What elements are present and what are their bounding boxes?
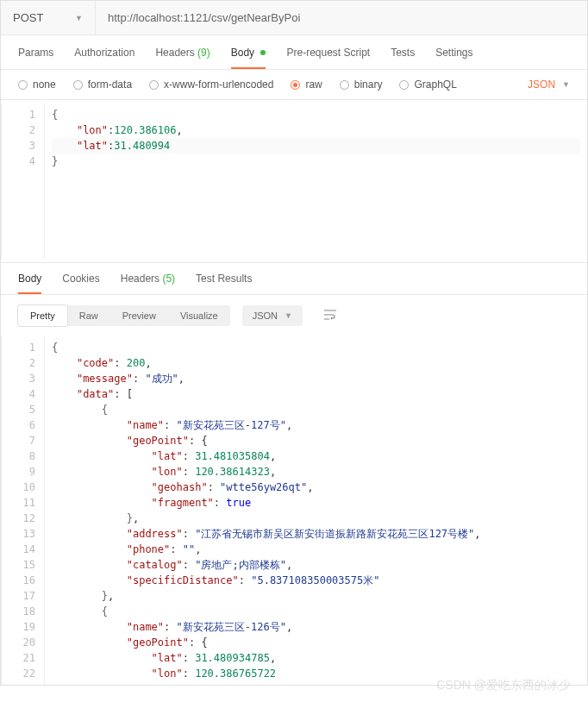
radio-xwww[interactable]: x-www-form-urlencoded <box>149 78 273 91</box>
headers-count: (9) <box>197 47 210 59</box>
view-raw[interactable]: Raw <box>67 305 110 326</box>
view-preview[interactable]: Preview <box>110 305 168 326</box>
url-bar: POST ▼ <box>1 1 587 35</box>
response-line-numbers: 12345678910111213141516171819202122 <box>2 336 45 685</box>
response-headers-count: (5) <box>162 273 175 285</box>
request-tabs: Params Authorization Headers (9) Body Pr… <box>1 35 587 70</box>
radio-binary[interactable]: binary <box>340 78 383 91</box>
method-dropdown[interactable]: POST ▼ <box>1 1 96 34</box>
body-indicator-icon <box>260 50 266 55</box>
radio-formdata[interactable]: form-data <box>73 78 132 91</box>
tab-tests[interactable]: Tests <box>391 37 415 68</box>
chevron-down-icon: ▼ <box>75 14 83 22</box>
url-input[interactable] <box>96 1 587 34</box>
method-label: POST <box>13 11 43 24</box>
code-content[interactable]: { "lon":120.386106, "lat":31.480994 } <box>45 103 587 259</box>
response-code-content[interactable]: { "code": 200, "message": "成功", "data": … <box>45 336 587 685</box>
view-visualize[interactable]: Visualize <box>168 305 230 326</box>
response-format-dropdown[interactable]: JSON ▼ <box>242 305 303 326</box>
line-numbers: 1234 <box>2 103 45 259</box>
tab-params[interactable]: Params <box>18 37 53 68</box>
response-tabs: Body Cookies Headers (5) Test Results <box>1 262 587 295</box>
tab-settings[interactable]: Settings <box>435 37 472 68</box>
body-format-dropdown[interactable]: JSON ▼ <box>528 78 570 91</box>
rtab-testresults[interactable]: Test Results <box>196 264 252 293</box>
wrap-icon <box>323 310 337 320</box>
body-type-row: none form-data x-www-form-urlencoded raw… <box>1 70 587 100</box>
rtab-headers[interactable]: Headers (5) <box>121 264 175 293</box>
chevron-down-icon: ▼ <box>562 80 570 89</box>
chevron-down-icon: ▼ <box>285 311 292 320</box>
tab-prerequest[interactable]: Pre-request Script <box>286 37 370 68</box>
view-pretty[interactable]: Pretty <box>18 305 67 326</box>
radio-none[interactable]: none <box>18 78 56 91</box>
tab-body[interactable]: Body <box>231 37 266 68</box>
tab-headers[interactable]: Headers (9) <box>155 37 210 68</box>
response-body: 12345678910111213141516171819202122 { "c… <box>1 336 587 685</box>
view-mode-group: Pretty Raw Preview Visualize <box>18 305 230 326</box>
radio-raw[interactable]: raw <box>291 78 322 91</box>
radio-graphql[interactable]: GraphQL <box>399 78 456 91</box>
request-body-editor[interactable]: 1234 { "lon":120.386106, "lat":31.480994… <box>1 103 587 259</box>
tab-authorization[interactable]: Authorization <box>74 37 134 68</box>
view-bar: Pretty Raw Preview Visualize JSON ▼ <box>1 295 587 336</box>
wrap-text-button[interactable] <box>315 304 346 328</box>
rtab-cookies[interactable]: Cookies <box>62 264 99 293</box>
rtab-body[interactable]: Body <box>18 264 41 293</box>
